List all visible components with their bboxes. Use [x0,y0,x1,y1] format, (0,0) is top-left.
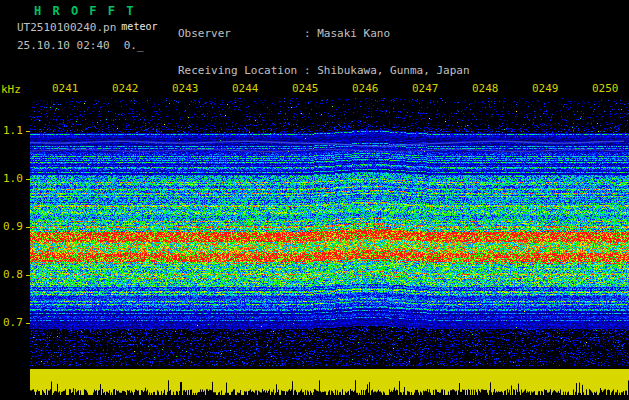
freq-label: 0.9 [3,220,23,233]
hrofft-window: H R O F F T UT2510100240.pnmeteor 25.10.… [0,0,629,400]
freq-label: 0.8 [3,268,23,281]
frequency-unit: kHz [1,83,21,96]
spectrogram-canvas [30,98,629,366]
info-colon: : [304,27,317,40]
time-label: 0247 [412,82,439,95]
status-suffix: 0._ [124,39,144,52]
time-axis: 0241 0242 0243 0244 0245 0246 0247 0248 … [30,82,629,96]
time-label: 0243 [172,82,199,95]
time-label: 0250 [592,82,619,95]
info-row-location: Receiving Location: Shibukawa, Gunma, Ja… [178,65,542,77]
time-label: 0241 [52,82,79,95]
mode-label: meteor [121,21,157,32]
time-line: 25.10.10 02:400._ [17,39,144,52]
time-label: 0242 [112,82,139,95]
info-row-observer: Observer: Masaki Kano [178,28,542,40]
info-label: Observer [178,28,304,40]
time-label: 0244 [232,82,259,95]
time-label: 0246 [352,82,379,95]
freq-label: 1.1 [3,124,23,137]
freq-label: 1.0 [3,172,23,185]
info-colon: : [304,64,317,77]
frequency-axis: kHz 1.1 1.0 0.9 0.8 0.7 [0,0,30,400]
capture-timestamp: 25.10.10 02:40 [17,39,110,52]
time-label: 0245 [292,82,319,95]
info-label: Receiving Location [178,65,304,77]
file-line: UT2510100240.pnmeteor [17,21,157,34]
time-label: 0249 [532,82,559,95]
signal-level-bar [30,369,629,395]
app-title: H R O F F T [34,4,135,18]
time-label: 0248 [472,82,499,95]
freq-label: 0.7 [3,316,23,329]
info-value: Shibukawa, Gunma, Japan [317,64,469,77]
info-value: Masaki Kano [317,27,390,40]
capture-filename: UT2510100240.pn [17,21,116,34]
